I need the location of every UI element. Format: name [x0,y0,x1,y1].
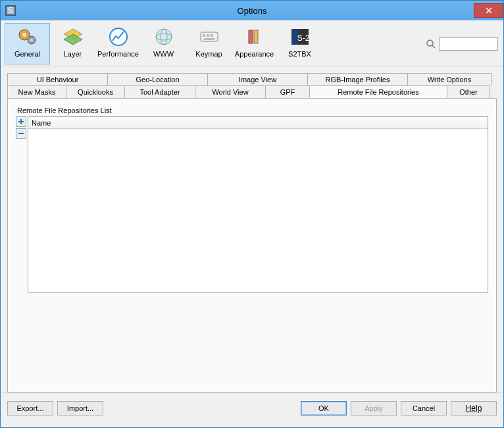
gauge-icon [108,26,129,47]
tab-row-2: New Masks Quicklooks Tool Adapter World … [7,85,497,98]
close-icon [486,7,492,14]
category-appearance[interactable]: Appearance [232,23,277,64]
column-header-name[interactable]: Name [28,117,488,129]
svg-line-26 [432,45,435,48]
tab-geo-location[interactable]: Geo-Location [107,73,208,85]
category-performance[interactable]: Performance [95,23,141,64]
category-label: Performance [97,50,139,58]
category-label: Appearance [235,50,274,58]
list-side-buttons [16,116,26,140]
category-label: WWW [153,50,174,58]
search-icon [426,39,436,49]
layers-icon [63,26,84,47]
search-area [426,23,499,64]
category-layer[interactable]: Layer [50,23,95,64]
options-window: S Options General Layer [0,0,504,428]
svg-point-25 [427,40,433,46]
palette-icon [244,26,265,47]
tab-other[interactable]: Other [447,85,490,98]
svg-rect-17 [207,34,209,37]
keyboard-icon [199,26,220,47]
tab-image-view[interactable]: Image View [207,73,308,85]
tabs-area: UI Behaviour Geo-Location Image View RGB… [1,66,503,392]
category-keymap[interactable]: Keymap [186,23,232,64]
panel-title: Remote File Repositories List [17,107,488,114]
remove-button[interactable] [16,128,26,139]
tab-tool-adapter[interactable]: Tool Adapter [124,85,195,98]
category-toolbar: General Layer Performance WWW [1,20,503,66]
plus-icon [18,118,24,125]
ok-button[interactable]: OK [301,401,347,416]
svg-rect-16 [203,34,205,37]
category-label: Layer [64,50,82,58]
tab-row-1: UI Behaviour Geo-Location Image View RGB… [7,73,497,85]
import-button[interactable]: Import... [57,401,103,416]
svg-point-12 [156,29,172,45]
repositories-list[interactable]: Name [28,116,488,293]
gears-icon [17,26,38,47]
window-body: General Layer Performance WWW [1,20,503,427]
svg-point-8 [30,39,33,41]
minus-icon [18,130,24,137]
tab-panel: Remote File Repositories List Name [7,98,497,392]
window-title: Options [1,6,503,16]
svg-text:S-2: S-2 [297,34,309,43]
tab-remote-file-repositories[interactable]: Remote File Repositories [309,85,447,98]
category-s2tbx[interactable]: S-2 S2TBX [277,23,322,64]
svg-point-11 [110,28,127,45]
footer: Export... Import... OK Apply Cancel Help [1,392,503,423]
category-general[interactable]: General [5,23,50,64]
apply-button[interactable]: Apply [351,401,397,416]
category-label: General [14,50,40,58]
tab-world-view[interactable]: World View [195,85,266,98]
tab-ui-behaviour[interactable]: UI Behaviour [7,73,108,85]
svg-rect-18 [211,34,213,37]
close-button[interactable] [474,3,503,18]
tab-new-masks[interactable]: New Masks [7,85,66,98]
tab-quicklooks[interactable]: Quicklooks [66,85,125,98]
s2-icon: S-2 [290,26,311,47]
svg-point-6 [22,33,26,37]
cancel-button[interactable]: Cancel [401,401,447,416]
svg-rect-19 [204,38,214,40]
tab-write-options[interactable]: Write Options [407,73,491,85]
svg-text:S: S [8,6,13,15]
list-wrap: Name [16,116,488,293]
svg-rect-21 [254,30,258,43]
globe-icon [153,26,174,47]
help-label: Help [466,404,482,413]
add-button[interactable] [16,116,26,127]
search-input[interactable] [439,37,498,51]
footer-left: Export... Import... [7,401,103,416]
tab-rgb-profiles[interactable]: RGB-Image Profiles [307,73,408,85]
category-label: S2TBX [288,50,311,58]
help-button[interactable]: Help [451,401,497,416]
tab-gpf[interactable]: GPF [265,85,310,98]
category-www[interactable]: WWW [141,23,186,64]
app-icon: S [5,5,16,16]
export-button[interactable]: Export... [7,401,53,416]
svg-rect-20 [249,30,253,43]
titlebar[interactable]: S Options [1,1,503,20]
category-label: Keymap [195,50,222,58]
footer-right: OK Apply Cancel Help [301,401,497,416]
